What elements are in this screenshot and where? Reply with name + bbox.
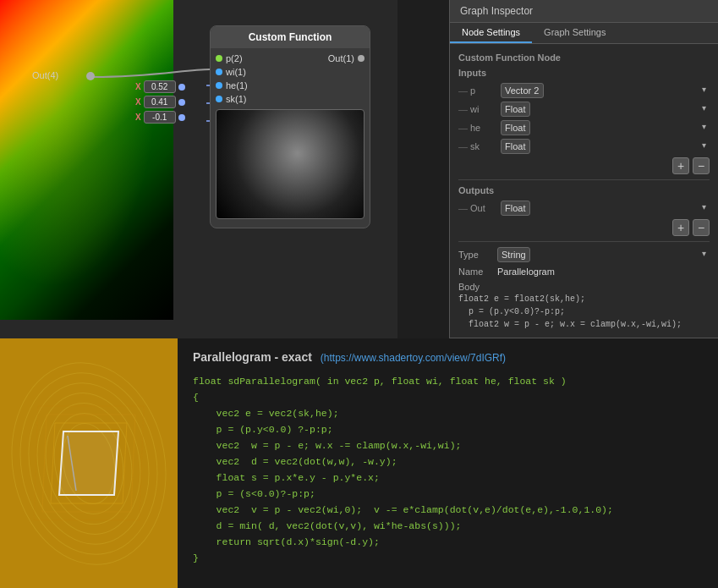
he-dot [178, 99, 185, 106]
out4-connector [86, 72, 95, 80]
output-out-label: Out [470, 203, 496, 213]
input-p-type-select[interactable]: Vector 2 [501, 83, 544, 98]
output-row-out: — Out Float [458, 201, 710, 216]
gradient-preview [0, 0, 173, 320]
input-sk-label: sk [470, 141, 496, 151]
input-sk-type-wrapper[interactable]: Float [501, 139, 710, 154]
divider1 [458, 179, 710, 180]
node-preview [216, 109, 364, 219]
sk-value[interactable]: -0.1 [144, 111, 176, 124]
output-out-type-wrapper[interactable]: Float [501, 201, 710, 216]
outputs-add-remove: + − [458, 219, 710, 236]
output-out-type-select[interactable]: Float [501, 201, 530, 216]
sk-label: sk(1) [226, 94, 246, 104]
input-row-wi: — wi Float [458, 102, 710, 117]
body-row: Body float2 e = float2(sk,he); p = (p.y<… [458, 281, 710, 331]
custom-function-node: Custom Function p(2) Out(1) wi(1) he(1) [210, 25, 370, 228]
input-wi-type-select[interactable]: Float [501, 102, 530, 117]
node-title: Custom Function [211, 26, 370, 48]
sk-dot [178, 114, 185, 121]
out1-label: Out(1) [328, 53, 354, 63]
wi-dot-blue [216, 69, 222, 75]
contour-svg [0, 338, 178, 588]
type-row: Type String [458, 247, 710, 262]
add-input-button[interactable]: + [672, 157, 689, 174]
inputs-add-remove: + − [458, 157, 710, 174]
graph-inspector: Graph Inspector Node Settings Graph Sett… [449, 0, 718, 338]
wi-x-label: X [135, 82, 141, 91]
he-x-label: X [135, 97, 141, 107]
inspector-title: Graph Inspector [450, 0, 718, 23]
code-title: Parallelogram - exact [193, 350, 312, 364]
sk-x-label: X [135, 113, 141, 122]
node-row-p: p(2) Out(1) [211, 52, 370, 65]
input-he-type-select[interactable]: Float [501, 120, 530, 135]
input-row-sk: — sk Float [458, 139, 710, 154]
input-he-type-wrapper[interactable]: Float [501, 120, 710, 135]
inspector-content: Custom Function Node Inputs — p Vector 2… [450, 44, 718, 331]
divider2 [458, 241, 710, 242]
wi-dot [178, 84, 185, 91]
name-key: Name [458, 267, 492, 277]
node-type-label: Custom Function Node [458, 52, 710, 63]
name-value: Parallelogram [497, 267, 710, 277]
remove-input-button[interactable]: − [693, 157, 710, 174]
wi-value[interactable]: 0.52 [144, 80, 176, 93]
input-row-he: — he Float [458, 120, 710, 135]
code-link[interactable]: (https://www.shadertoy.com/view/7dIGRf) [321, 352, 506, 364]
node-row-he: he(1) [211, 79, 370, 92]
name-row: Name Parallelogram [458, 267, 710, 277]
input-wi-label: wi [470, 104, 496, 114]
out1-dot [358, 55, 364, 62]
type-key: Type [458, 250, 492, 260]
node-row-sk: sk(1) [211, 92, 370, 106]
bottom-code: Parallelogram - exact (https://www.shade… [178, 338, 718, 588]
input-p-type-wrapper[interactable]: Vector 2 [501, 83, 710, 98]
sk-dot-blue [216, 96, 222, 102]
input-p-label: p [470, 85, 496, 96]
type-select-wrapper[interactable]: String [497, 247, 710, 262]
he-dot-blue [216, 82, 222, 89]
wi-label: wi(1) [226, 67, 246, 77]
he-value[interactable]: 0.41 [144, 96, 176, 108]
input-values: X 0.52 X 0.41 X -0.1 [135, 80, 185, 124]
bottom-thumbnail [0, 338, 178, 588]
inspector-tabs: Node Settings Graph Settings [450, 23, 718, 44]
p-dot-green [216, 55, 222, 62]
out4-label: Out(4) [32, 70, 58, 80]
input-row-p: — p Vector 2 [458, 83, 710, 98]
tab-node-settings[interactable]: Node Settings [450, 23, 532, 43]
he-label: he(1) [226, 80, 248, 91]
tab-graph-settings[interactable]: Graph Settings [532, 23, 617, 43]
inputs-label: Inputs [458, 68, 710, 78]
input-sk-type-select[interactable]: Float [501, 139, 530, 154]
remove-output-button[interactable]: − [693, 219, 710, 236]
outputs-label: Outputs [458, 185, 710, 195]
node-row-wi: wi(1) [211, 65, 370, 79]
body-key: Body [458, 282, 480, 292]
body-value: float2 e = float2(sk,he); p = (p.y<0.0)?… [458, 293, 710, 331]
input-he-label: he [470, 123, 496, 133]
add-output-button[interactable]: + [672, 219, 689, 236]
code-block: float sdParallelogram( in vec2 p, float … [193, 374, 703, 567]
p-label: p(2) [226, 53, 243, 63]
type-select[interactable]: String [497, 247, 530, 262]
bottom-panel: Parallelogram - exact (https://www.shade… [0, 338, 718, 588]
input-wi-type-wrapper[interactable]: Float [501, 102, 710, 117]
